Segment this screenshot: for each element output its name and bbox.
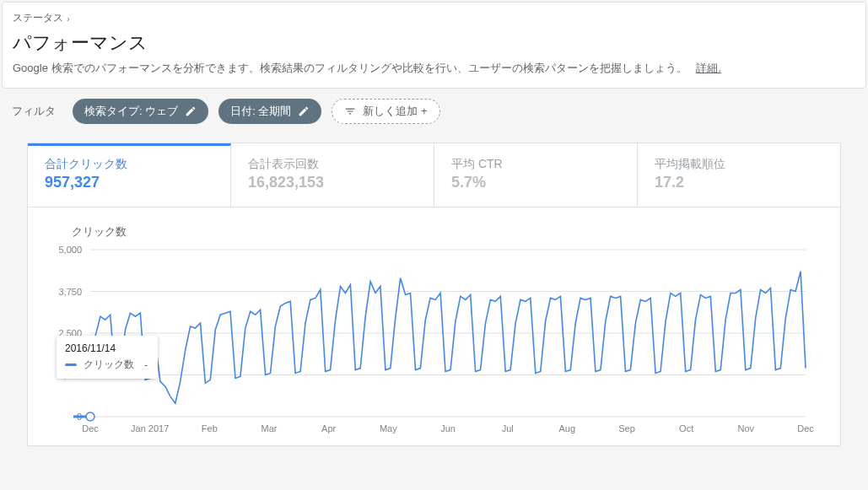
svg-text:Aug: Aug [559,423,576,433]
filter-label: フィルタ [12,104,56,119]
page-title: パフォーマンス [13,30,852,56]
filter-chip-date-label: 日付: 全期間 [230,104,291,119]
tooltip-metric-name: クリック数 [84,358,137,372]
tab-total-clicks[interactable]: 合計クリック数 957,327 [28,143,231,207]
filter-list-icon [344,105,356,117]
pencil-icon [298,105,310,117]
svg-text:Apr: Apr [321,423,336,433]
svg-text:Dec: Dec [797,423,814,433]
chevron-right-icon: › [67,13,70,24]
tooltip-color-swatch [65,363,77,366]
svg-text:Mar: Mar [261,423,278,433]
metrics-row: 合計クリック数 957,327 合計表示回数 16,823,153 平均 CTR… [28,143,840,207]
pencil-icon [185,105,197,117]
metric-value: 5.7% [451,174,620,191]
filter-chip-search-type-label: 検索タイプ: ウェブ [84,104,178,119]
metric-value: 16,823,153 [248,174,417,191]
breadcrumb-parent[interactable]: ステータス [13,11,63,25]
page-description-text: Google 検索でのパフォーマンスを分析できます。検索結果のフィルタリングや比… [13,62,687,74]
svg-text:Jun: Jun [440,423,456,433]
svg-text:Oct: Oct [679,423,693,433]
svg-text:Sep: Sep [618,423,635,433]
tooltip-metric-value: - [144,359,148,371]
learn-more-link[interactable]: 詳細. [696,62,721,74]
svg-point-25 [86,412,94,421]
svg-text:Dec: Dec [82,423,99,433]
tab-total-impressions[interactable]: 合計表示回数 16,823,153 [231,143,434,207]
filter-chip-add-label: 新しく追加 + [363,104,427,119]
chart-title: クリック数 [72,224,823,240]
svg-text:Nov: Nov [738,423,755,433]
metric-title: 平均 CTR [451,157,620,172]
svg-text:3,750: 3,750 [58,287,82,297]
svg-text:Jul: Jul [502,423,514,433]
filter-bar: フィルタ 検索タイプ: ウェブ 日付: 全期間 新しく追加 + [0,89,868,134]
tab-average-position[interactable]: 平均掲載順位 17.2 [638,143,840,207]
svg-text:May: May [380,423,397,433]
chart-area: クリック数 01,2502,5003,7505,000DecJan 2017Fe… [28,207,840,445]
chart-tooltip: 2016/11/14 クリック数 - [57,336,158,379]
page-description: Google 検索でのパフォーマンスを分析できます。検索結果のフィルタリングや比… [13,61,852,76]
filter-chip-search-type[interactable]: 検索タイプ: ウェブ [73,99,208,124]
tooltip-date: 2016/11/14 [65,342,148,354]
tab-average-ctr[interactable]: 平均 CTR 5.7% [434,143,638,207]
svg-text:Jan 2017: Jan 2017 [131,423,169,433]
filter-chip-add[interactable]: 新しく追加 + [332,99,439,124]
main-panel: 合計クリック数 957,327 合計表示回数 16,823,153 平均 CTR… [27,143,841,446]
metric-title: 合計表示回数 [248,157,417,172]
metric-title: 合計クリック数 [45,157,213,172]
svg-text:5,000: 5,000 [58,245,82,255]
filter-chip-date[interactable]: 日付: 全期間 [218,99,321,124]
metric-value: 17.2 [655,174,823,191]
header-card: ステータス › パフォーマンス Google 検索でのパフォーマンスを分析できま… [2,2,866,89]
metric-title: 平均掲載順位 [655,157,823,172]
metric-value: 957,327 [45,174,213,191]
svg-text:Feb: Feb [202,423,218,433]
breadcrumb[interactable]: ステータス › [13,11,852,25]
